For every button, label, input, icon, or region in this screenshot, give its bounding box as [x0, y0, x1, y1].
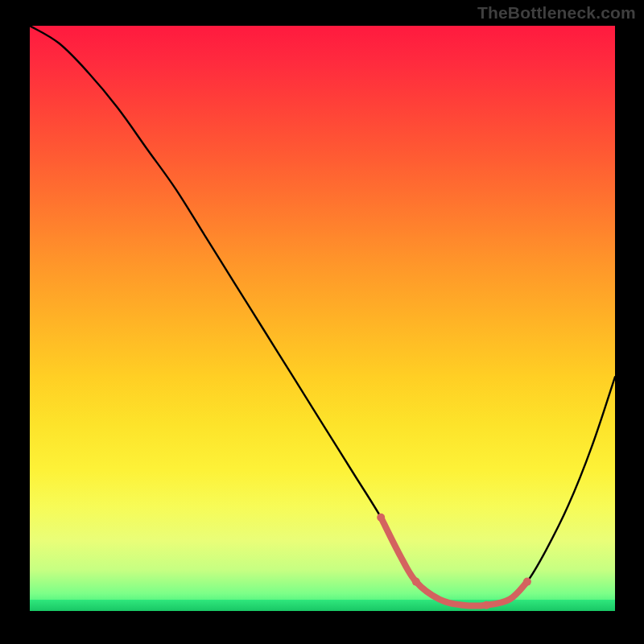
accent-floor-path — [381, 518, 527, 606]
plot-area — [30, 26, 615, 611]
accent-dot — [377, 514, 385, 522]
accent-dot — [523, 578, 531, 586]
watermark-text: TheBottleneck.com — [477, 3, 636, 23]
accent-dot — [412, 578, 420, 586]
bottleneck-curve-svg — [30, 26, 615, 611]
chart-frame: TheBottleneck.com — [0, 0, 644, 644]
bottleneck-curve-path — [30, 26, 615, 606]
accent-dot — [482, 601, 490, 609]
